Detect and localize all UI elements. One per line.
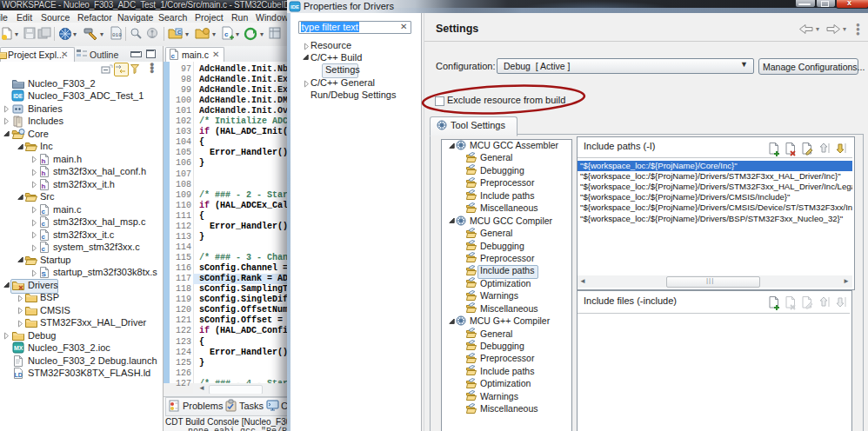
svg-text:010: 010 bbox=[112, 32, 122, 38]
svg-text:c: c bbox=[224, 30, 229, 38]
svg-text:LD: LD bbox=[15, 372, 23, 378]
svg-text:MX: MX bbox=[14, 345, 23, 351]
svg-text:C: C bbox=[177, 30, 182, 35]
svg-text:IDE: IDE bbox=[13, 93, 23, 99]
svg-text:IDE: IDE bbox=[290, 4, 299, 10]
